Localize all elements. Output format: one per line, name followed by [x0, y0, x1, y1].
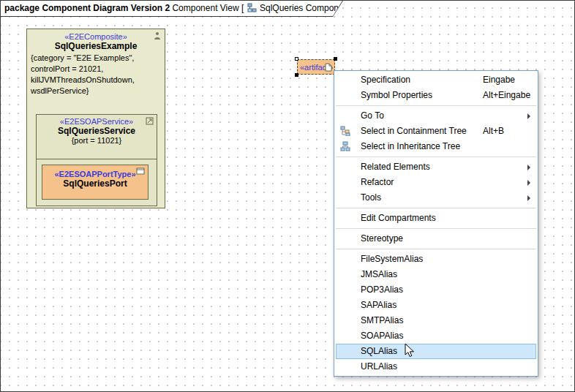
compartment-divider — [37, 159, 157, 159]
package-keyword: package — [4, 3, 40, 13]
menu-item-shortcut: Alt+Eingabe — [483, 88, 530, 103]
menu-item-jmsalias[interactable]: JMSAlias — [334, 267, 538, 282]
component-stereotype: «E2EComposite» — [27, 32, 165, 41]
view-label: Component View [ — [172, 3, 244, 13]
component-sqlqueriesservice[interactable]: «E2ESOAPService» SqlQueriesService {port… — [36, 114, 157, 206]
menu-separator — [336, 105, 536, 106]
context-menu: Specification Eingabe Symbol Properties … — [334, 70, 538, 377]
component-property: killJVMThreadsOnShutdown, — [31, 75, 161, 86]
menu-item-related-elements[interactable]: Related Elements — [334, 159, 538, 175]
submenu-arrow-icon — [527, 180, 530, 186]
diagram-name: SqlQueries Components — [260, 3, 356, 13]
menu-item-label: FileSystemAlias — [361, 254, 423, 264]
menu-item-smtpalias[interactable]: SMTPAlias — [334, 313, 538, 328]
menu-item-tools[interactable]: Tools — [334, 190, 538, 206]
inheritance-tree-icon — [340, 141, 350, 151]
menu-item-label: Related Elements — [361, 162, 430, 172]
menu-item-label: JMSAlias — [361, 269, 397, 279]
menu-item-label: POP3Alias — [361, 284, 403, 295]
selection-handle[interactable] — [334, 57, 337, 61]
menu-item-label: Select in Containment Tree — [361, 126, 467, 136]
service-port-tag: {port = 11021} — [37, 136, 157, 145]
menu-item-urlalias[interactable]: URLAlias — [334, 359, 538, 374]
menu-item-label: Tools — [361, 192, 381, 203]
package-header: package Component Diagram Version 2 Comp… — [1, 1, 343, 17]
menu-item-pop3alias[interactable]: POP3Alias — [334, 282, 538, 298]
containment-tree-icon — [340, 126, 350, 136]
component-sqlqueriesport[interactable]: «E2ESOAPPortType» SqlQueriesPort — [42, 165, 149, 200]
component-sqlqueriesexample[interactable]: «E2EComposite» SqlQueriesExample {catego… — [26, 29, 165, 208]
menu-item-label: SAPAlias — [361, 300, 397, 310]
menu-item-label: URLAlias — [361, 361, 397, 372]
diagram-canvas[interactable]: package Component Diagram Version 2 Comp… — [0, 0, 575, 392]
menu-separator — [336, 208, 536, 208]
menu-item-soapalias[interactable]: SOAPAlias — [334, 328, 538, 344]
diagram-icon — [247, 3, 257, 12]
menu-item-shortcut: Eingabe — [483, 72, 515, 88]
artifact-page-icon — [325, 63, 332, 72]
menu-item-label: Edit Compartments — [361, 213, 436, 223]
menu-item-specification[interactable]: Specification Eingabe — [334, 72, 538, 88]
component-property: wsdlPerService} — [31, 86, 161, 97]
menu-item-label: Specification — [361, 75, 410, 85]
menu-item-refactor[interactable]: Refactor — [334, 175, 538, 190]
menu-item-label: Select in Inheritance Tree — [361, 141, 460, 151]
porttype-icon — [136, 167, 145, 175]
menu-item-label: Refactor — [361, 177, 394, 187]
port-name: SqlQueriesPort — [42, 178, 148, 189]
menu-separator — [336, 157, 536, 157]
component-name: SqlQueriesExample — [27, 41, 165, 51]
submenu-arrow-icon — [527, 165, 530, 170]
menu-item-stereotype[interactable]: Stereotype — [334, 231, 538, 246]
menu-item-go-to[interactable]: Go To — [334, 108, 538, 124]
menu-item-select-in-containment-tree[interactable]: Select in Containment Tree Alt+B — [334, 124, 538, 139]
composite-figure-icon — [153, 31, 162, 40]
selection-handle[interactable] — [295, 73, 298, 77]
component-property: controlPort = 21021, — [31, 64, 161, 75]
menu-item-sapalias[interactable]: SAPAlias — [334, 298, 538, 313]
menu-item-label: SQLAlias — [361, 346, 397, 356]
artifact-shape[interactable]: «artifact» — [297, 59, 335, 75]
submenu-arrow-icon — [527, 195, 530, 201]
menu-item-label: Stereotype — [361, 233, 403, 244]
menu-separator — [336, 249, 536, 249]
submenu-arrow-icon — [527, 113, 530, 119]
menu-separator — [336, 228, 536, 229]
menu-item-label: SMTPAlias — [361, 315, 403, 325]
mouse-cursor-icon — [405, 343, 415, 358]
service-icon — [146, 117, 154, 125]
service-stereotype: «E2ESOAPService» — [37, 117, 157, 126]
bracket-close: ] — [358, 3, 360, 13]
menu-item-filesystemalias[interactable]: FileSystemAlias — [334, 252, 538, 267]
port-stereotype: «E2ESOAPPortType» — [42, 170, 148, 178]
menu-item-shortcut: Alt+B — [483, 124, 504, 139]
menu-item-label: SOAPAlias — [361, 331, 403, 341]
service-name: SqlQueriesService — [37, 126, 157, 136]
menu-item-label: Symbol Properties — [361, 90, 432, 100]
diagram-title: Component Diagram Version 2 — [42, 3, 170, 13]
menu-item-sqlalias[interactable]: SQLAlias — [336, 344, 536, 359]
component-property: {category = "E2E Examples", — [31, 53, 161, 64]
menu-item-label: Go To — [361, 110, 384, 121]
menu-item-symbol-properties[interactable]: Symbol Properties Alt+Eingabe — [334, 88, 538, 103]
selection-handle[interactable] — [295, 57, 298, 61]
menu-item-select-in-inheritance-tree[interactable]: Select in Inheritance Tree — [334, 139, 538, 154]
menu-item-edit-compartments[interactable]: Edit Compartments — [334, 211, 538, 226]
